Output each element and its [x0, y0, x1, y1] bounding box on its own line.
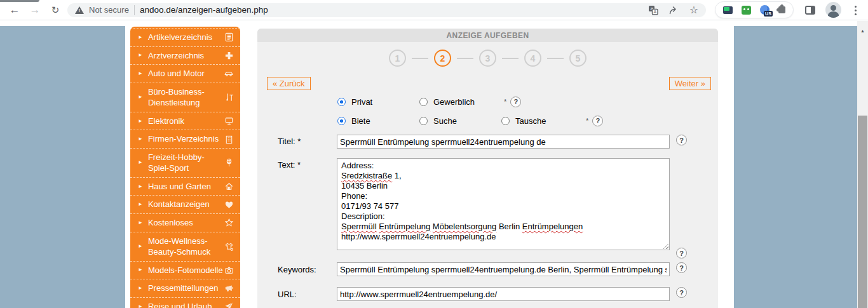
building-icon [223, 135, 234, 144]
sidebar-item-mode-wellness-beauty-schmuck[interactable]: Mode-Wellness-Beauty-Schmuck [130, 232, 240, 262]
caret-right-icon [138, 160, 143, 165]
shirt-icon [223, 242, 234, 251]
sidebar-item-elektronik[interactable]: Elektronik [130, 112, 240, 131]
caret-right-icon [138, 304, 143, 308]
sidebar-item-kontaktanzeigen[interactable]: Kontaktanzeigen [130, 196, 240, 214]
keywords-label: Keywords: [278, 265, 316, 274]
robot-extension-icon[interactable] [742, 6, 751, 15]
offer-radio-group: Biete Suche Tausche * ? [337, 116, 603, 126]
translate-icon[interactable]: aA [648, 4, 659, 16]
scrollbar-up-arrow-icon[interactable] [857, 26, 868, 35]
sidebar-item-arztverzeichnis[interactable]: Arztverzeichnis [130, 47, 240, 65]
document-list-icon [223, 32, 234, 42]
next-button[interactable]: Weiter » [669, 77, 711, 90]
step-connector [502, 58, 519, 59]
security-label: Not secure [89, 5, 129, 15]
radio-icon[interactable] [337, 98, 346, 106]
browser-toolbar: Not secure andoo.de/anzeigen-aufgeben.ph… [0, 0, 868, 20]
type-radio-group: Privat Gewerblich * ? [337, 97, 521, 107]
help-icon[interactable]: ? [676, 287, 687, 298]
caret-right-icon [138, 137, 143, 142]
profile-avatar[interactable] [825, 2, 841, 18]
titel-label: Titel: * [278, 137, 301, 146]
radio-icon[interactable] [419, 117, 428, 125]
reload-icon[interactable] [47, 2, 64, 18]
url-label: URL: [278, 290, 297, 299]
radio-privat[interactable]: Privat [337, 97, 419, 107]
radio-biete[interactable]: Biete [337, 116, 419, 126]
keywords-input[interactable] [337, 262, 670, 276]
titel-input[interactable] [337, 135, 670, 149]
heart-icon [223, 200, 234, 210]
megaphone-icon [223, 283, 234, 293]
warning-icon[interactable] [75, 6, 84, 14]
radio-tausche[interactable]: Tausche [501, 116, 583, 126]
caret-right-icon [138, 286, 143, 291]
radio-icon[interactable] [501, 117, 510, 125]
sidebar-item-reise-und-urlaub[interactable]: Reise und Urlaub [130, 298, 240, 308]
step-connector [412, 58, 428, 59]
sidebar-item-kostenloses[interactable]: Kostenloses [130, 214, 240, 232]
category-sidebar: Artikelverzeichnis Arztverzeichnis Auto … [130, 27, 240, 308]
share-icon[interactable] [668, 4, 679, 16]
tools-icon [223, 93, 234, 102]
wizard-stepper: 1 2 3 4 5 [257, 50, 718, 67]
side-panel-icon[interactable] [805, 6, 815, 15]
caret-right-icon [138, 202, 143, 207]
page-background-left [0, 26, 125, 308]
tennis-racket-icon [223, 158, 234, 168]
step-connector [457, 58, 473, 59]
extensions-puzzle-icon[interactable] [778, 6, 785, 13]
menu-kebab-icon[interactable] [850, 3, 862, 18]
vertical-scrollbar[interactable] [857, 21, 868, 308]
house-icon [223, 182, 234, 191]
sidebar-item-haus-und-garten[interactable]: Haus und Garten [130, 178, 240, 196]
back-button[interactable]: « Zurück [267, 77, 311, 90]
help-icon[interactable]: ? [676, 262, 687, 273]
step-connector [547, 58, 564, 59]
caret-right-icon [138, 220, 143, 225]
caret-right-icon [138, 267, 143, 272]
sidebar-item-pressemitteilungen[interactable]: Pressemitteilungen [130, 279, 240, 298]
radio-suche[interactable]: Suche [419, 116, 501, 126]
step-circle-5: 5 [569, 50, 587, 67]
caret-right-icon [138, 53, 143, 58]
text-textarea[interactable]: Address:Sredzkistraße 1, 10435 BerlinPho… [337, 158, 670, 250]
caret-right-icon [138, 119, 143, 124]
caret-right-icon [138, 244, 143, 249]
sidebar-item-auto-und-motor[interactable]: Auto und Motor [130, 65, 240, 83]
step-circle-4: 4 [524, 50, 541, 67]
address-bar[interactable]: Not secure andoo.de/anzeigen-aufgeben.ph… [67, 3, 706, 17]
page-background-right [734, 26, 857, 308]
resize-handle-icon[interactable] [662, 243, 668, 249]
help-icon[interactable]: ? [676, 135, 687, 145]
sidebar-item-buero-business-dienstleistung[interactable]: Büro-Business-Dienstleistung [130, 83, 240, 112]
back-icon[interactable] [6, 2, 23, 18]
step-circle-3: 3 [479, 50, 496, 67]
extensions-pill: US [715, 1, 794, 18]
help-icon[interactable]: ? [510, 97, 521, 107]
url-input[interactable] [337, 287, 670, 301]
required-marker: * [504, 98, 506, 105]
help-icon[interactable]: ? [592, 116, 603, 126]
url-text[interactable]: andoo.de/anzeigen-aufgeben.php [140, 5, 642, 15]
sidebar-item-freizeit-hobby-spiel-sport[interactable]: Freizeit-Hobby-Spiel-Sport [130, 149, 240, 178]
bookmark-star-icon[interactable] [688, 4, 700, 16]
sidebar-item-models-fotomodelle[interactable]: Models-Fotomodelle [130, 262, 240, 280]
forward-icon[interactable] [27, 2, 43, 18]
caret-right-icon [138, 35, 143, 40]
medical-cross-icon [223, 51, 234, 60]
sidebar-item-artikelverzeichnis[interactable]: Artikelverzeichnis [130, 28, 240, 47]
radio-icon[interactable] [337, 117, 346, 125]
globe-us-extension-icon[interactable]: US [760, 5, 770, 15]
help-icon[interactable]: ? [676, 248, 687, 258]
screen: Not secure andoo.de/anzeigen-aufgeben.ph… [0, 0, 868, 308]
radio-gewerblich[interactable]: Gewerblich [419, 97, 501, 107]
radio-icon[interactable] [419, 98, 428, 106]
text-label: Text: * [278, 160, 301, 170]
sidebar-item-firmen-verzeichnis[interactable]: Firmen-Verzeichnis [130, 130, 240, 149]
anzeige-aufgeben-panel: ANZEIGE AUFGEBEN 1 2 3 4 5 « Zurück Weit… [257, 29, 718, 308]
briefcase-extension-icon[interactable] [723, 6, 733, 14]
plane-icon [223, 302, 234, 308]
scrollbar-thumb[interactable] [858, 116, 867, 308]
